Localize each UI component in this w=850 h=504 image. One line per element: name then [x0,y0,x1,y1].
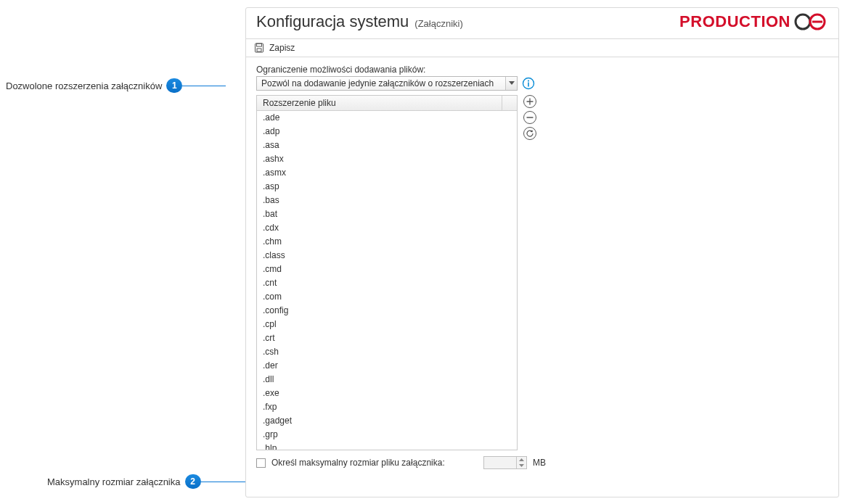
table-row[interactable]: .asp [257,180,517,194]
grid-header: Rozszerzenie pliku [257,96,517,111]
maxsize-value[interactable] [484,457,516,468]
table-row[interactable]: .der [257,359,517,373]
table-row[interactable]: .bat [257,207,517,221]
table-row[interactable]: .class [257,249,517,263]
page-subtitle: (Załączniki) [414,18,462,29]
table-row[interactable]: .cdx [257,221,517,235]
callout-bubble-2: 2 [185,474,201,489]
maxsize-checkbox[interactable] [256,458,266,468]
table-row[interactable]: .chm [257,235,517,249]
chevron-down-icon[interactable] [505,77,517,90]
restriction-dropdown[interactable]: Pozwól na dodawanie jedynie załączników … [256,76,518,91]
add-button[interactable] [523,95,536,108]
maxsize-label: Określ maksymalny rozmiar pliku załączni… [271,458,467,468]
svg-point-7 [528,80,529,81]
brand: PRODUCTION [679,12,828,31]
table-row[interactable]: .cnt [257,276,517,290]
callout-2-label: Maksymalny rozmiar załącznika [47,476,181,487]
table-row[interactable]: .asa [257,139,517,152]
svg-point-0 [796,15,810,29]
table-row[interactable]: .dll [257,373,517,387]
restriction-label: Ograniczenie możliwości dodawania plików… [256,65,828,75]
table-row[interactable]: .com [257,290,517,304]
table-row[interactable]: .cmd [257,263,517,276]
callout-1-label: Dozwolone rozszerzenia załączników [6,80,162,91]
table-row[interactable]: .fxp [257,400,517,414]
brand-text: PRODUCTION [679,12,790,31]
table-row[interactable]: .config [257,304,517,318]
grid-header-col[interactable]: Rozszerzenie pliku [257,96,502,110]
remove-button[interactable] [523,111,536,124]
callout-1-line [182,86,226,86]
brand-logo-icon [793,12,828,31]
grid-side-actions [523,95,536,450]
grid-body[interactable]: .ade.adp.asa.ashx.asmx.asp.bas.bat.cdx.c… [257,111,517,450]
table-row[interactable]: .bas [257,194,517,207]
callout-1: Dozwolone rozszerzenia załączników 1 [6,78,226,93]
callout-2: Maksymalny rozmiar załącznika 2 [47,474,252,489]
maxsize-unit: MB [533,458,546,468]
svg-rect-8 [528,83,529,87]
callout-2-line [201,482,252,482]
content-area: Ograniczenie możliwości dodawania plików… [246,57,838,476]
toolbar: Zapisz [246,38,838,57]
restriction-dropdown-value: Pozwól na dodawanie jedynie załączników … [257,77,505,90]
info-icon[interactable] [522,77,535,90]
svg-rect-5 [257,49,261,51]
callout-bubble-1: 1 [166,78,182,93]
panel-header: Konfiguracja systemu (Załączniki) PRODUC… [246,8,838,38]
save-icon[interactable] [253,42,265,54]
spinner-up-icon[interactable] [517,457,526,463]
spinner-down-icon[interactable] [517,463,526,468]
table-row[interactable]: .hlp [257,442,517,450]
table-row[interactable]: .csh [257,345,517,359]
table-row[interactable]: .gadget [257,414,517,428]
grid-header-spacer [502,96,517,110]
maxsize-spinner[interactable] [483,456,527,469]
table-row[interactable]: .cpl [257,318,517,331]
extensions-grid: Rozszerzenie pliku .ade.adp.asa.ashx.asm… [256,95,518,450]
panel-title-wrap: Konfiguracja systemu (Załączniki) [256,12,463,31]
table-row[interactable]: .ashx [257,152,517,166]
table-row[interactable]: .ade [257,111,517,125]
table-row[interactable]: .asmx [257,166,517,180]
table-row[interactable]: .grp [257,428,517,442]
page-title: Konfiguracja systemu [256,12,409,31]
table-row[interactable]: .exe [257,387,517,400]
table-row[interactable]: .crt [257,331,517,345]
maxsize-row: Określ maksymalny rozmiar pliku załączni… [256,456,828,469]
refresh-button[interactable] [523,127,536,140]
config-panel: Konfiguracja systemu (Załączniki) PRODUC… [245,7,839,497]
save-button[interactable]: Zapisz [269,43,295,53]
table-row[interactable]: .adp [257,125,517,139]
svg-rect-4 [257,44,262,46]
